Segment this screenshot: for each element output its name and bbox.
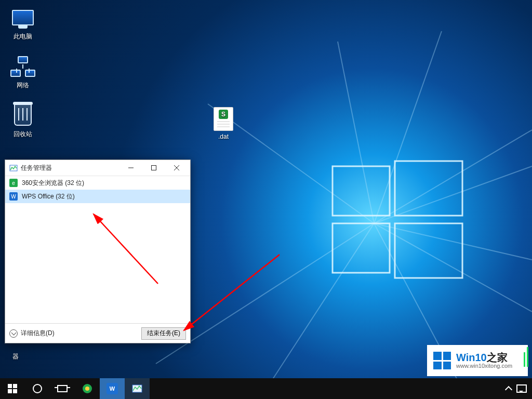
svg-rect-21: [524, 352, 525, 367]
svg-line-2: [374, 223, 532, 260]
task-manager-window[interactable]: 任务管理器 e 360安全浏览器 (32 位) W WPS Office (32…: [5, 159, 191, 343]
app-icon: W: [9, 192, 18, 201]
action-center-icon: [516, 384, 527, 393]
svg-rect-16: [152, 166, 156, 170]
svg-point-24: [85, 387, 89, 391]
close-button[interactable]: [165, 160, 188, 176]
svg-line-9: [374, 31, 442, 223]
icon-label: 回收站: [3, 130, 43, 139]
cropped-label: 器: [12, 352, 19, 361]
file-label: .dat: [218, 133, 229, 140]
windows-logo-icon: [433, 352, 451, 369]
app-icon: e: [9, 179, 18, 187]
titlebar[interactable]: 任务管理器: [5, 160, 190, 176]
process-row[interactable]: W WPS Office (32 位): [5, 190, 190, 203]
svg-line-1: [374, 166, 532, 223]
task-view-button[interactable]: [50, 378, 75, 399]
taskbar-app-360browser[interactable]: [75, 378, 100, 399]
desktop-icon-recycle-bin[interactable]: 回收站: [3, 103, 43, 139]
watermark-badge: Win10之家 www.win10xitong.com: [428, 346, 527, 375]
taskbar-spacer: [150, 378, 501, 399]
svg-line-0: [374, 130, 532, 223]
svg-rect-10: [332, 166, 390, 216]
svg-line-5: [260, 223, 374, 399]
desktop-file-dat[interactable]: S .dat: [207, 107, 240, 140]
chevron-down-icon: [9, 329, 18, 338]
process-name: WPS Office (32 位): [22, 192, 75, 201]
browser-icon: [82, 383, 93, 394]
svg-line-20: [184, 255, 280, 330]
tray-overflow-button[interactable]: [506, 385, 511, 392]
network-icon: [10, 54, 35, 79]
more-details-button[interactable]: 详细信息(D): [9, 329, 55, 338]
windows-logo-icon: [8, 384, 17, 393]
start-button[interactable]: [0, 378, 25, 399]
task-view-icon: [57, 385, 68, 392]
minimize-button[interactable]: [119, 160, 142, 176]
system-tray[interactable]: [501, 378, 532, 399]
desktop[interactable]: 此电脑 网络 回收站 S .dat 小 3 3 器 任务管理器 e: [0, 0, 532, 399]
svg-line-3: [374, 223, 532, 312]
cortana-button[interactable]: [25, 378, 50, 399]
svg-line-8: [338, 42, 374, 223]
maximize-button[interactable]: [142, 160, 165, 176]
wps-icon: W: [107, 383, 118, 394]
svg-rect-22: [527, 347, 528, 367]
search-circle-icon: [33, 384, 42, 393]
recycle-bin-icon: [10, 103, 35, 128]
end-task-button[interactable]: 结束任务(E): [141, 327, 186, 340]
svg-rect-12: [332, 223, 390, 273]
taskbar[interactable]: W: [0, 378, 532, 399]
icon-label: 此电脑: [3, 32, 43, 41]
svg-rect-13: [395, 223, 462, 278]
monitor-icon: [10, 5, 35, 30]
taskbar-app-wps[interactable]: W: [100, 378, 125, 399]
svg-text:W: W: [110, 385, 115, 392]
task-manager-icon: [9, 164, 18, 172]
volume-meter: [523, 326, 530, 368]
svg-rect-11: [395, 161, 462, 216]
action-center-button[interactable]: [516, 384, 527, 393]
chevron-up-icon: [505, 386, 512, 393]
process-row[interactable]: e 360安全浏览器 (32 位): [5, 176, 190, 190]
process-list[interactable]: e 360安全浏览器 (32 位) W WPS Office (32 位): [5, 176, 190, 323]
watermark-title: Win10之家: [456, 352, 512, 363]
desktop-icon-this-pc[interactable]: 此电脑: [3, 5, 43, 41]
spreadsheet-file-icon: S: [214, 107, 233, 131]
more-details-label: 详细信息(D): [21, 329, 55, 338]
window-footer: 详细信息(D) 结束任务(E): [5, 323, 190, 343]
watermark-url: www.win10xitong.com: [456, 363, 512, 369]
task-manager-icon: [131, 383, 143, 394]
process-name: 360安全浏览器 (32 位): [22, 179, 84, 188]
icon-label: 网络: [3, 81, 43, 90]
window-title: 任务管理器: [21, 164, 119, 172]
taskbar-app-task-manager[interactable]: [125, 378, 150, 399]
desktop-icon-network[interactable]: 网络: [3, 54, 43, 90]
